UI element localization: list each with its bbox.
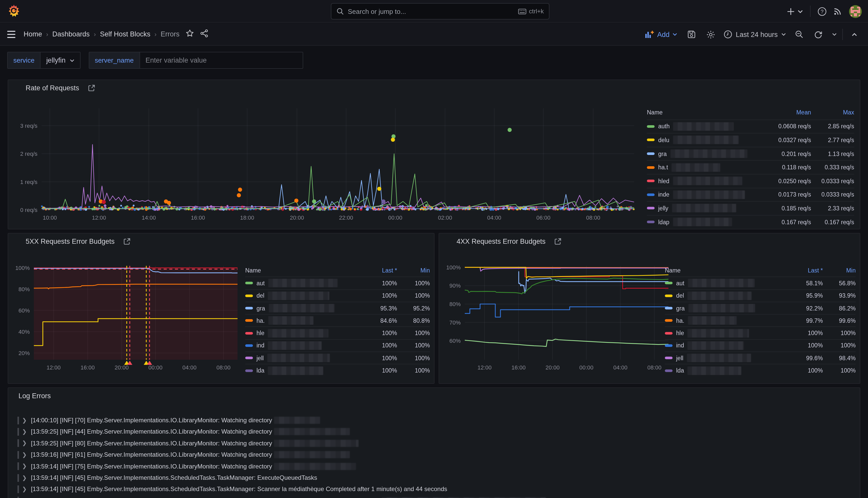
panel-title-text: 5XX Requests Error Budgets xyxy=(26,238,115,245)
4xx-error-budget-chart[interactable]: 12:0016:0020:0000:0004:0008:0060%70%80%9… xyxy=(443,257,674,381)
log-line[interactable]: ❯[13:59:13] [INF] [70] Emby.Drawing.Imag… xyxy=(17,496,560,498)
variable-value-dropdown[interactable]: jellyfin xyxy=(41,52,80,69)
legend-series-name[interactable]: ind xyxy=(665,341,785,350)
log-line[interactable]: ❯[13:59:14] [INF] [45] Emby.Server.Imple… xyxy=(17,473,317,483)
log-line[interactable]: ❯[14:00:10] [INF] [70] Emby.Server.Imple… xyxy=(17,415,322,425)
legend-series-name[interactable]: jelly xyxy=(647,204,759,213)
external-link-icon[interactable] xyxy=(124,238,131,245)
legend-series-name[interactable]: gra xyxy=(245,304,359,313)
news-button[interactable] xyxy=(833,7,842,15)
time-range-picker[interactable]: Last 24 hours xyxy=(722,30,788,39)
expand-log-icon[interactable]: ❯ xyxy=(22,474,27,481)
search-input[interactable]: Search or jump to... ctrl+k xyxy=(331,3,549,19)
expand-log-icon[interactable]: ❯ xyxy=(22,417,27,423)
add-button[interactable]: Add xyxy=(642,30,680,38)
expand-log-icon[interactable]: ❯ xyxy=(22,440,27,447)
help-button[interactable]: ? xyxy=(818,7,826,16)
panel-title[interactable]: Rate of Requests xyxy=(26,84,95,92)
new-button[interactable] xyxy=(787,8,803,15)
legend-series-name[interactable]: hle xyxy=(245,329,359,337)
legend-col-1[interactable]: Last * xyxy=(359,267,397,274)
svg-text:20:00: 20:00 xyxy=(546,364,560,371)
menu-toggle-icon[interactable] xyxy=(7,30,15,38)
rate-of-requests-chart[interactable]: 10:0012:0014:0016:0018:0020:0022:0000:00… xyxy=(12,106,649,226)
breadcrumb-item[interactable]: Dashboards xyxy=(52,30,90,38)
help-icon: ? xyxy=(818,7,826,16)
refresh-button[interactable] xyxy=(811,27,826,42)
breadcrumb-item[interactable]: Errors xyxy=(161,30,179,38)
collapse-toolbar-button[interactable] xyxy=(846,27,862,42)
expand-log-icon[interactable]: ❯ xyxy=(22,429,27,435)
legend-series-name[interactable]: ha. xyxy=(245,316,359,325)
expand-log-icon[interactable]: ❯ xyxy=(22,451,27,458)
legend-col-1[interactable]: Last * xyxy=(785,267,823,274)
legend-col-name[interactable]: Name xyxy=(665,267,785,274)
panel-title[interactable]: 4XX Requests Error Budgets xyxy=(457,238,561,245)
grafana-logo-icon[interactable] xyxy=(7,4,21,18)
5xx-error-budget-chart[interactable]: 12:0016:0020:0000:0004:0008:0020%40%60%8… xyxy=(12,257,243,381)
legend-series-name[interactable]: del xyxy=(245,291,359,300)
variable-label: server_name xyxy=(89,52,140,69)
external-link-icon[interactable] xyxy=(555,238,561,245)
svg-text:100%: 100% xyxy=(15,265,30,271)
expand-log-icon[interactable]: ❯ xyxy=(22,486,27,493)
legend-series-name[interactable]: ha. xyxy=(665,316,785,325)
avatar[interactable] xyxy=(849,5,862,18)
legend-series-name[interactable]: lda xyxy=(245,366,359,375)
legend-series-name[interactable]: ind xyxy=(245,341,359,350)
log-level-bar xyxy=(17,451,19,458)
external-link-icon[interactable] xyxy=(89,85,95,91)
legend-col-2[interactable]: Min xyxy=(823,267,856,274)
svg-text:08:00: 08:00 xyxy=(216,364,231,371)
log-line[interactable]: ❯[13:59:14] [INF] [45] Emby.Server.Imple… xyxy=(17,484,448,494)
legend-series-name[interactable]: del xyxy=(665,291,785,300)
share-icon[interactable] xyxy=(200,29,208,39)
legend-col-name[interactable]: Name xyxy=(245,267,359,274)
log-line[interactable]: ❯[13:59:14] [INF] [75] Emby.Server.Imple… xyxy=(17,461,358,471)
series-color-chip xyxy=(665,344,672,347)
panel-title[interactable]: Log Errors xyxy=(18,392,51,400)
svg-text:0 req/s: 0 req/s xyxy=(20,207,38,213)
legend-series-name[interactable]: ldap xyxy=(647,218,759,226)
expand-log-icon[interactable]: ❯ xyxy=(22,463,27,470)
series-color-chip xyxy=(245,282,253,285)
legend-series-name[interactable]: gra xyxy=(647,149,759,158)
redacted-text xyxy=(688,316,737,325)
legend-col-2[interactable]: Max xyxy=(811,109,854,116)
series-color-chip xyxy=(665,357,672,359)
series-color-chip xyxy=(665,307,672,310)
legend-series-name[interactable]: jell xyxy=(245,354,359,362)
legend-row: ind100%100% xyxy=(665,339,856,352)
variable-value-input[interactable] xyxy=(140,52,303,69)
series-color-chip xyxy=(245,344,253,347)
panel-title[interactable]: 5XX Requests Error Budgets xyxy=(26,238,131,245)
legend-series-name[interactable]: auth xyxy=(647,122,759,131)
rss-icon xyxy=(833,7,842,15)
5xx-legend-table: NameLast *Minaut100%100%del100%100%gra95… xyxy=(245,264,430,376)
legend-col-name[interactable]: Name xyxy=(647,109,759,116)
legend-series-name[interactable]: lda xyxy=(665,366,785,375)
log-line[interactable]: ❯[13:59:25] [INF] [80] Emby.Server.Imple… xyxy=(17,438,361,448)
dashboard-settings-button[interactable] xyxy=(703,27,718,42)
legend-series-name[interactable]: jell xyxy=(665,354,785,362)
legend-series-name[interactable]: hle xyxy=(665,329,785,337)
legend-series-name[interactable]: inde xyxy=(647,191,759,199)
breadcrumb-item[interactable]: Home xyxy=(24,30,42,38)
favorite-star-icon[interactable] xyxy=(186,29,194,39)
legend-col-2[interactable]: Min xyxy=(397,267,430,274)
legend-series-name[interactable]: delu xyxy=(647,136,759,144)
log-line[interactable]: ❯[13:59:25] [INF] [44] Emby.Server.Imple… xyxy=(17,427,352,437)
legend-series-name[interactable]: gra xyxy=(665,304,785,313)
zoom-out-button[interactable] xyxy=(791,27,807,42)
legend-series-name[interactable]: hled xyxy=(647,177,759,185)
breadcrumb-item[interactable]: Self Host Blocks xyxy=(100,30,150,38)
svg-text:?: ? xyxy=(820,9,823,14)
save-dashboard-button[interactable] xyxy=(684,27,699,42)
breadcrumb: Home›Dashboards›Self Host Blocks›Errors xyxy=(24,30,179,38)
legend-series-name[interactable]: aut xyxy=(245,279,359,288)
log-line[interactable]: ❯[13:59:16] [INF] [61] Emby.Server.Imple… xyxy=(17,449,352,460)
legend-series-name[interactable]: aut xyxy=(665,279,785,288)
refresh-interval-dropdown[interactable] xyxy=(829,27,839,42)
legend-col-1[interactable]: Mean xyxy=(759,109,811,116)
legend-series-name[interactable]: ha.t xyxy=(647,163,759,172)
